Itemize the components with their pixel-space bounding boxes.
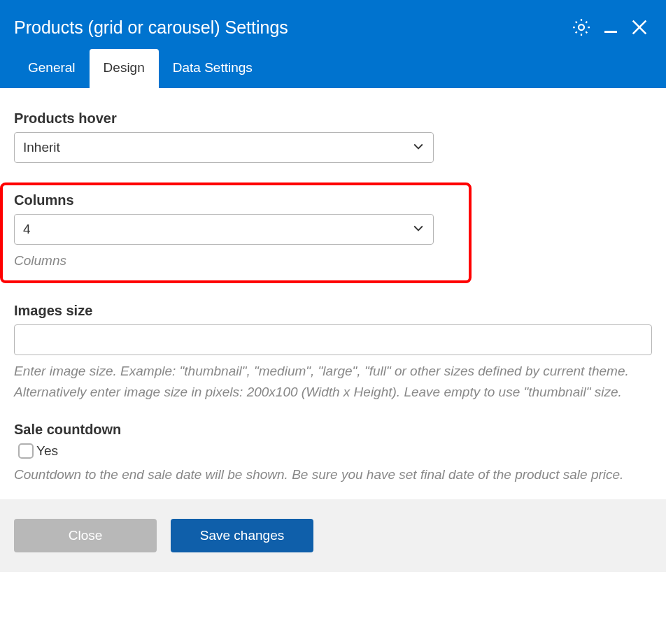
svg-point-0: [579, 24, 584, 30]
highlight-columns: Columns 4 Columns: [0, 183, 472, 283]
select-columns[interactable]: 4: [14, 214, 434, 245]
minimize-icon[interactable]: [604, 17, 617, 37]
dialog-title: Products (grid or carousel) Settings: [14, 17, 571, 38]
label-images-size: Images size: [14, 303, 652, 319]
gear-icon[interactable]: [571, 17, 592, 38]
field-columns: Columns 4 Columns: [14, 192, 458, 271]
label-columns: Columns: [14, 192, 458, 208]
helper-images-size: Enter image size. Example: "thumbnail", …: [14, 361, 652, 402]
checkbox-label-sale-countdown: Yes: [36, 443, 58, 459]
field-images-size: Images size Enter image size. Example: "…: [14, 303, 652, 402]
helper-columns: Columns: [14, 250, 458, 271]
tab-bar: General Design Data Settings: [0, 49, 666, 88]
select-products-hover-value: Inherit: [14, 132, 434, 163]
dialog-header: Products (grid or carousel) Settings Gen…: [0, 0, 666, 88]
field-products-hover: Products hover Inherit: [14, 110, 652, 163]
label-sale-countdown: Sale countdown: [14, 422, 652, 438]
select-products-hover[interactable]: Inherit: [14, 132, 434, 163]
input-images-size[interactable]: [14, 324, 652, 355]
tab-data-settings[interactable]: Data Settings: [159, 49, 267, 88]
helper-sale-countdown: Countdown to the end sale date will be s…: [14, 464, 652, 485]
field-sale-countdown: Sale countdown Yes Countdown to the end …: [14, 422, 652, 485]
tab-general[interactable]: General: [14, 49, 90, 88]
save-button[interactable]: Save changes: [171, 519, 313, 552]
close-button[interactable]: Close: [14, 519, 157, 552]
label-products-hover: Products hover: [14, 110, 652, 127]
checkbox-sale-countdown[interactable]: [18, 443, 34, 459]
dialog-content: Products hover Inherit Columns 4 Columns…: [0, 88, 666, 499]
tab-design[interactable]: Design: [90, 49, 159, 88]
close-icon[interactable]: [630, 17, 649, 37]
dialog-footer: Close Save changes: [0, 499, 666, 572]
select-columns-value: 4: [14, 214, 434, 245]
